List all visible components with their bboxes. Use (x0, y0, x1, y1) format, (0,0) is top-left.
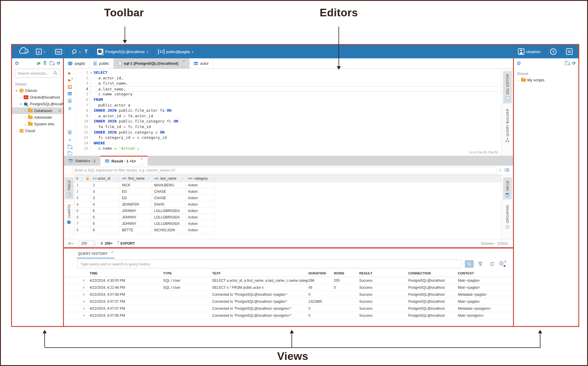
user-menu[interactable]: cbadmin (518, 48, 540, 55)
editor-tab-actor[interactable]: actor (190, 58, 213, 69)
table-row[interactable]: ∨4/22/2024, 4:07:57 PMConnected to "Post… (64, 305, 513, 312)
query-outline-icon[interactable]: ≡ (69, 138, 71, 142)
scripts-settings-gear-icon[interactable]: ⚙ (517, 60, 521, 66)
code-line[interactable]: 1∨SELECT (76, 70, 501, 76)
result-filter-input[interactable] (75, 168, 494, 172)
grid-column-header-first-name[interactable]: ABCfirst_name↓↑ (120, 175, 152, 182)
editor-tab-pagila[interactable]: pagila (64, 58, 89, 69)
editor-tab-public[interactable]: public (89, 58, 114, 69)
grid-cell[interactable]: JOHNNY (120, 214, 152, 220)
query-history-search-input[interactable] (81, 262, 459, 266)
history-search-button[interactable] (465, 260, 474, 268)
result-filter-box[interactable] (72, 167, 496, 174)
execute-query-icon[interactable]: ▶ (68, 71, 71, 75)
editor-tab-sql-1-postgresql-localhost[interactable]: sql-1 (PostgreSQL@localhost)×… (114, 58, 190, 69)
table-row[interactable]: ∨4/22/2024, 4:07:58 PMConnected to "Post… (64, 291, 513, 298)
tree-item-cloud[interactable]: ›Cloud (12, 127, 63, 134)
grid-cell[interactable]: 6 (91, 227, 120, 233)
nav-settings-gear-icon[interactable]: ⚙ (15, 60, 19, 66)
tab-result-1[interactable]: Result - 1 <1> × … (100, 156, 148, 166)
code-line[interactable]: 12INNER JOIN public.category c ON (76, 130, 501, 135)
chevron-right-icon[interactable]: › (19, 96, 22, 99)
code-line[interactable]: 9 a.actor_id = fa.actor_id (76, 113, 501, 119)
settings-button[interactable]: ⚙ (566, 48, 573, 55)
grid-cell[interactable]: NICHOLSON (152, 227, 186, 233)
grid-column-header-[interactable]: # (74, 175, 91, 182)
grid-cell[interactable]: LOLLOBRIGIDA (152, 220, 186, 227)
tree-item-databases[interactable]: ›≡Databases≡ (12, 107, 63, 114)
grid-cell[interactable]: Action (186, 188, 214, 195)
grid-cell[interactable]: 5 (91, 208, 120, 214)
help-button[interactable]: ? (550, 48, 556, 55)
grid-cell[interactable]: Action (186, 182, 214, 188)
chevron-down-icon[interactable]: ∨ (19, 102, 22, 106)
expand-chevron-icon[interactable]: ∨ (64, 300, 90, 303)
tab-statistics[interactable]: Statistics - 1 (64, 156, 100, 166)
grid-cell[interactable]: 5 (91, 220, 120, 227)
grid-cell[interactable]: WAHLBERG (152, 182, 186, 188)
script-document-icon[interactable] (68, 99, 71, 103)
new-connection-button[interactable]: + ∨ (36, 49, 46, 55)
export-button[interactable]: ↑ EXPORT (117, 241, 135, 246)
grid-cell[interactable]: Action (186, 195, 214, 201)
add-folder-icon[interactable]: + (50, 62, 54, 65)
code-line[interactable]: 3 a.first_name, (76, 81, 501, 86)
tab-query-history[interactable]: QUERY HISTORY × (77, 252, 109, 258)
grid-column-header-actor-id[interactable]: 123actor_id↓↑ (91, 175, 120, 182)
search-elements-box[interactable] (15, 69, 60, 78)
row-number-cell[interactable]: 2 (74, 188, 91, 195)
table-row[interactable]: ∨4/22/2024, 4:07:56 PMConnected to "Post… (64, 312, 513, 319)
schema-selector[interactable]: public@pagila ∨ (158, 49, 194, 54)
table-row-clipped[interactable] (64, 319, 513, 326)
grid-cell[interactable]: ED (120, 188, 152, 195)
code-line[interactable]: 4 a.last_name, (76, 86, 501, 92)
spin-down-icon[interactable]: ▼ (93, 244, 94, 245)
expand-chevron-icon[interactable]: ∨ (64, 279, 90, 282)
fold-chevron-icon[interactable]: ∨ (91, 70, 92, 76)
chevron-down-icon[interactable]: ∨ (15, 89, 18, 92)
code-line[interactable]: 14WHERE (76, 141, 501, 146)
link-with-editor-icon[interactable]: ⇄ (37, 61, 41, 66)
search-metadata-button[interactable]: ∨ (72, 49, 81, 54)
tree-item-administer[interactable]: ›+Administer (12, 114, 63, 121)
tree-item-postgresql-localhost[interactable]: ∨PostgreSQL@localhost (12, 101, 63, 107)
fetch-more-button[interactable]: ⇟ 200+ (100, 241, 113, 246)
code-line[interactable]: 6FROM (76, 97, 501, 103)
fetch-size-stepper[interactable]: ▲ ▼ (78, 241, 95, 246)
tree-item-oracle-localhost[interactable]: ›Oracle@localhost (12, 94, 63, 101)
code-line[interactable]: 2 a.actor_id, (76, 76, 501, 81)
row-number-cell[interactable]: 5 (74, 208, 91, 214)
tab-sql-editor[interactable]: SQL EDITOR (503, 71, 512, 104)
scripts-item-my-scripts[interactable]: › My scripts (514, 77, 578, 83)
tab-menu-icon[interactable]: … (182, 64, 185, 68)
expand-chevron-icon[interactable]: ∨ (64, 307, 90, 310)
connection-selector[interactable]: PostgreSQL@localhost ∨ (97, 49, 149, 55)
query-history-search-box[interactable] (77, 260, 462, 268)
chevron-right-icon[interactable]: › (24, 109, 27, 113)
grid-column-header-category[interactable]: ABCcategory↓↑ (186, 175, 214, 182)
grid-cell[interactable]: 3 (91, 195, 120, 201)
apply-filter-icon[interactable]: ✓ (499, 168, 502, 172)
history-depth-button[interactable]: 5 (499, 261, 505, 267)
tab-value-view[interactable]: VALUE (503, 177, 512, 199)
code-line[interactable]: 7 public.actor a (76, 103, 501, 108)
table-row[interactable]: ∨4/22/2024, 4:22:46 PMSQL / UserSELECT x… (64, 284, 513, 291)
execute-new-tab-icon[interactable]: ▶+ (68, 78, 71, 82)
close-icon[interactable]: × (141, 157, 142, 160)
row-number-cell[interactable]: 6 (74, 214, 91, 220)
chevron-right-icon[interactable]: › (24, 116, 27, 119)
expand-chevron-icon[interactable]: ∨ (64, 286, 90, 289)
grid-cell[interactable]: 4 (91, 201, 120, 208)
refresh-result-button[interactable]: ⟳ ∨ (68, 241, 74, 246)
row-number-cell[interactable]: 4 (74, 201, 91, 208)
close-icon[interactable]: × (111, 251, 113, 254)
sort-icons[interactable]: ↓↑ (181, 177, 184, 180)
chevron-right-icon[interactable]: › (517, 78, 520, 82)
clear-filter-icon[interactable]: ⌫ (504, 168, 510, 172)
sort-icons[interactable]: ↓↑ (210, 177, 212, 180)
grid-cell[interactable]: JOHNNY (120, 220, 152, 227)
code-line[interactable]: 8INNER JOIN public.film_actor fa ON (76, 108, 501, 113)
grid-cell[interactable]: Action (186, 208, 214, 214)
grid-cell[interactable]: CHASE (152, 188, 186, 195)
tree-item-classic[interactable]: ∨Classic (12, 87, 63, 94)
